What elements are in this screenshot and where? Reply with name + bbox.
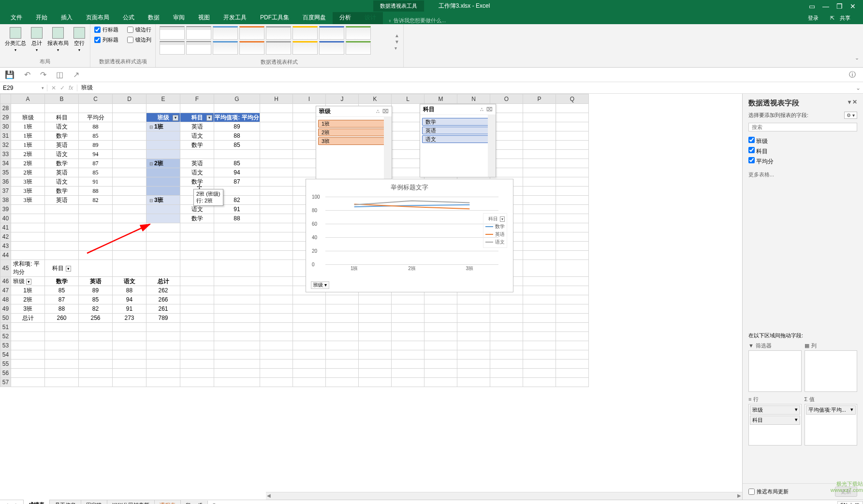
slicer-item[interactable]: 1班 <box>318 120 390 128</box>
sheet-tab[interactable]: 课程表 <box>154 500 181 504</box>
field-pane-sub: 选择要添加到报表的字段: <box>748 112 808 119</box>
cancel-formula-icon[interactable]: ✕ <box>51 85 56 91</box>
slicer-item[interactable]: 英语 <box>422 127 494 134</box>
save-icon[interactable]: 💾 <box>5 70 15 79</box>
slicer-class-title: 班级 <box>319 107 331 115</box>
slicer-scrollbar[interactable] <box>488 115 496 177</box>
report-layout-button[interactable]: 报表布局▾ <box>46 26 70 53</box>
grand-totals-button[interactable]: 总计▾ <box>30 26 44 53</box>
sheet-nav-prev-icon[interactable]: ◀ <box>0 502 12 504</box>
tab-home[interactable]: 开始 <box>29 11 54 24</box>
worksheet-grid[interactable]: ABCDEFGHIJKLMNOPQ2829班级科目平均分班级▾科目▾平均值项: … <box>0 94 742 500</box>
tab-file[interactable]: 文件 <box>4 11 29 24</box>
gallery-more-icon[interactable]: ▾ <box>395 45 399 51</box>
group-layout-label: 布局 <box>4 57 86 65</box>
more-tables-link[interactable]: 更多表格... <box>743 169 863 180</box>
slicer-class[interactable]: 班级 ⛬⌧ 1班 2班 3班 <box>316 106 392 179</box>
help-icon[interactable]: ⓘ <box>849 71 856 79</box>
close-pane-icon[interactable]: ▾ ✕ <box>848 99 857 108</box>
slicer-subject[interactable]: 科目 ⛬⌧ 数学 英语 语文 <box>420 104 496 177</box>
formula-input[interactable]: 班级 <box>77 84 853 92</box>
window-close-icon[interactable]: ✕ <box>850 2 856 10</box>
field-pane-gear-icon[interactable]: ⚙ ▾ <box>844 112 857 119</box>
slicer-item[interactable]: 语文 <box>422 135 494 143</box>
tab-formulas[interactable]: 公式 <box>116 11 141 24</box>
sheet-tab[interactable]: Sheet5 <box>180 501 208 504</box>
slicer-item[interactable]: 数学 <box>422 118 494 126</box>
tab-analyze[interactable]: 分析 <box>333 11 358 24</box>
tab-pdf-tools[interactable]: PDF工具集 <box>253 11 296 24</box>
tab-design[interactable]: 设计 <box>358 11 383 24</box>
clear-filter-icon[interactable]: ⌧ <box>486 106 493 113</box>
banded-cols-checkbox[interactable]: 镶边列 <box>127 36 151 43</box>
share-button[interactable]: ⇱ 共享 <box>826 12 858 24</box>
clear-filter-icon[interactable]: ⌧ <box>382 108 389 115</box>
chart-filter-dropdown[interactable]: 班级 ▾ <box>311 281 329 289</box>
collapse-ribbon-icon[interactable]: ˇ <box>856 58 858 65</box>
slicer-item[interactable]: 3班 <box>318 137 390 145</box>
tab-developer[interactable]: 开发工具 <box>217 11 253 24</box>
slicer-scrollbar[interactable] <box>384 117 392 179</box>
gallery-up-icon[interactable]: ▲ <box>395 33 399 38</box>
multi-select-icon[interactable]: ⛬ <box>375 108 380 115</box>
tell-me[interactable]: ♀ 告诉我您想要做什么... <box>388 17 446 24</box>
tab-baidu[interactable]: 百度网盘 <box>296 11 333 24</box>
horizontal-scrollbar[interactable]: ◀ ▶ <box>266 492 742 500</box>
sheet-tab[interactable]: 员工信息 <box>49 500 81 504</box>
gallery-down-icon[interactable]: ▼ <box>395 39 399 44</box>
pivot-field-pane: 数据透视表字段▾ ✕ 选择要添加到报表的字段:⚙ ▾ 班级 科目 平均分 更多表… <box>742 94 863 500</box>
tab-view[interactable]: 视图 <box>191 11 217 24</box>
field-checkbox-subject[interactable]: 科目 <box>748 147 857 156</box>
watermark: 极光下载站 www.xz7.com <box>831 481 863 493</box>
field-checkbox-class[interactable]: 班级 <box>748 137 857 145</box>
document-title: 工作簿3.xlsx - Excel <box>439 2 490 10</box>
formula-bar: E29▾ ✕ ✓ fx 班级 ⌄ <box>0 82 863 94</box>
context-tool-label: 数据透视表工具 <box>373 0 424 12</box>
window-minimize-icon[interactable]: — <box>822 2 829 10</box>
sheet-nav-next-icon[interactable]: ▶ <box>12 502 23 504</box>
undo-icon[interactable]: ↶ <box>24 70 30 79</box>
pivot-chart[interactable]: 举例标题文字 0204060801001班2班3班 科目 ▾ 数学 英语 语文 … <box>306 179 513 292</box>
banded-rows-checkbox[interactable]: 镶边行 <box>127 26 151 33</box>
qat-icon-2[interactable]: ↗ <box>73 70 79 79</box>
area-item: 平均值项:平均...▾ <box>806 405 856 415</box>
enter-formula-icon[interactable]: ✓ <box>60 85 65 91</box>
title-bar: 数据透视表工具 工作簿3.xlsx - Excel ▭ — ❐ ✕ <box>0 0 863 12</box>
col-headers-checkbox[interactable]: 列标题 <box>94 36 118 43</box>
cursor-crosshair-icon: ✢ <box>197 183 202 190</box>
filter-area[interactable] <box>748 350 802 392</box>
sheet-tab[interactable]: XXX公司销售额 <box>107 500 155 504</box>
group-styles-label: 数据透视表样式 <box>160 57 399 66</box>
login-button[interactable]: 登录 <box>804 12 822 24</box>
sheet-tab[interactable]: 成绩表 <box>23 500 50 504</box>
fx-icon[interactable]: fx <box>69 85 73 91</box>
rows-area[interactable]: 班级▾ 科目▾ <box>748 404 802 446</box>
chart-legend[interactable]: 科目 ▾ 数学 英语 语文 <box>483 213 507 248</box>
field-checkbox-avg[interactable]: 平均分 <box>748 157 857 166</box>
group-style-options-label: 数据透视表样式选项 <box>94 57 151 65</box>
sheet-tab[interactable]: 田字格 <box>81 500 107 504</box>
name-box[interactable]: E29▾ <box>0 85 47 91</box>
field-search-input[interactable] <box>748 123 857 131</box>
window-restore-icon[interactable]: ❐ <box>836 2 843 10</box>
multi-select-icon[interactable]: ⛬ <box>479 106 484 113</box>
tab-page-layout[interactable]: 页面布局 <box>79 11 116 24</box>
columns-area-label: ▦ 列 <box>804 341 858 350</box>
columns-area[interactable] <box>804 350 858 392</box>
row-headers-checkbox[interactable]: 行标题 <box>94 26 118 33</box>
tab-review[interactable]: 审阅 <box>166 11 191 24</box>
redo-icon[interactable]: ↷ <box>40 70 46 79</box>
add-sheet-icon[interactable]: ⊕ <box>207 502 221 504</box>
tab-data[interactable]: 数据 <box>141 11 166 24</box>
defer-layout-checkbox[interactable] <box>748 489 755 495</box>
ime-indicator[interactable]: EN 少 简 <box>837 501 863 504</box>
pivot-styles-gallery[interactable] <box>160 26 392 57</box>
qat-icon-1[interactable]: ◫ <box>56 70 63 79</box>
ribbon-display-options-icon[interactable]: ▭ <box>809 2 815 10</box>
subtotals-button[interactable]: 分类汇总▾ <box>4 26 27 53</box>
expand-formula-icon[interactable]: ⌄ <box>853 85 863 91</box>
blank-rows-button[interactable]: 空行▾ <box>73 26 86 53</box>
tab-insert[interactable]: 插入 <box>54 11 79 24</box>
values-area[interactable]: 平均值项:平均...▾ <box>804 404 858 446</box>
slicer-item[interactable]: 2班 <box>318 129 390 136</box>
